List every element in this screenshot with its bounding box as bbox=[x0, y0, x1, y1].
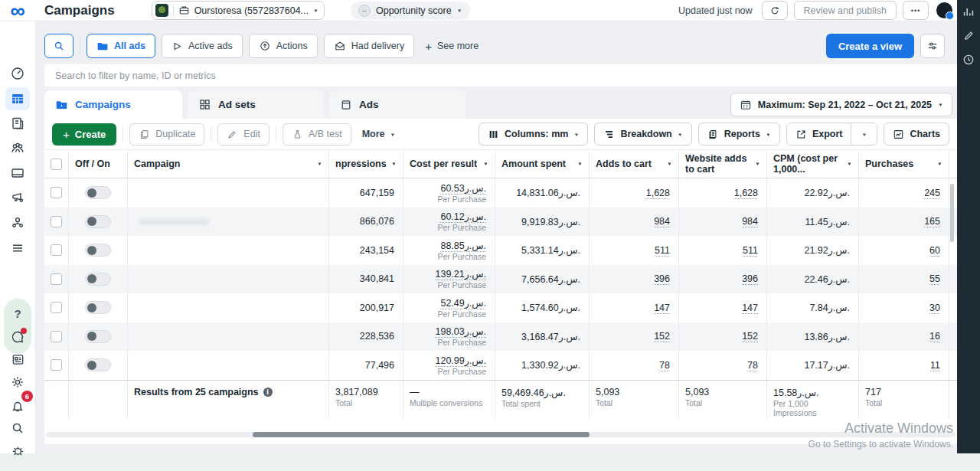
campaign-name-cell[interactable] bbox=[128, 322, 329, 352]
nav-item-assets[interactable] bbox=[8, 212, 28, 232]
purchases-cell-value[interactable]: 55 bbox=[929, 273, 940, 284]
review-and-publish-button[interactable]: Review and publish bbox=[794, 1, 897, 20]
row-checkbox[interactable] bbox=[51, 302, 62, 313]
see-more-filters[interactable]: + See more bbox=[425, 40, 479, 53]
duplicate-button[interactable]: Duplicate bbox=[129, 123, 204, 146]
nav-item-notifications[interactable]: 6 bbox=[8, 396, 28, 416]
view-settings-button[interactable] bbox=[920, 34, 945, 58]
campaign-toggle[interactable] bbox=[85, 215, 111, 228]
tab-ads[interactable]: Ads bbox=[329, 90, 466, 119]
purchases-cell-value[interactable]: 165 bbox=[924, 216, 940, 227]
column-header[interactable]: Purchases▼ bbox=[859, 150, 949, 178]
website-adds-to-cart-cell-value[interactable]: 511 bbox=[743, 245, 758, 256]
nav-item-search[interactable] bbox=[8, 418, 28, 438]
vertical-scrollbar-thumb[interactable] bbox=[950, 184, 954, 242]
row-checkbox[interactable] bbox=[51, 216, 62, 227]
purchases-cell-value[interactable]: 30 bbox=[929, 303, 940, 313]
adds-to-cart-cell-value[interactable]: 984 bbox=[654, 216, 670, 227]
adds-to-cart-cell-value[interactable]: 396 bbox=[654, 273, 670, 284]
filter-active-ads[interactable]: Active ads bbox=[162, 34, 243, 58]
edit-pencil-icon[interactable] bbox=[962, 29, 975, 42]
filter-had-delivery[interactable]: Had delivery bbox=[324, 34, 414, 58]
horizontal-scrollbar-thumb[interactable] bbox=[253, 432, 590, 437]
filter-actions[interactable]: Actions bbox=[249, 34, 318, 58]
column-header[interactable]: npressions▼ bbox=[329, 150, 403, 178]
purchases-cell-value[interactable]: 60 bbox=[929, 245, 940, 256]
ab-test-button[interactable]: A/B test bbox=[283, 123, 351, 146]
campaign-name-cell[interactable] bbox=[128, 351, 329, 380]
cost-per-result-cell-value[interactable]: 88.85ر.س. bbox=[440, 240, 486, 251]
adds-to-cart-cell-value[interactable]: 147 bbox=[654, 303, 670, 313]
column-header[interactable]: Campaign▼ bbox=[128, 150, 329, 178]
chat-button[interactable] bbox=[9, 329, 26, 345]
campaign-name-cell[interactable] bbox=[128, 236, 329, 265]
column-header[interactable]: Website adds to cart▼ bbox=[679, 150, 767, 178]
nav-item-updates[interactable] bbox=[8, 349, 28, 369]
cost-per-result-cell-value[interactable]: 52.49ر.س. bbox=[440, 297, 486, 309]
business-account-selector[interactable]: Ourstoresa (5572837604... ▼ bbox=[152, 1, 325, 20]
website-adds-to-cart-cell-value[interactable]: 78 bbox=[747, 360, 758, 371]
export-options-button[interactable]: ▼ bbox=[851, 123, 877, 145]
column-header[interactable]: Off / On bbox=[69, 150, 128, 178]
column-header[interactable]: Amount spent▼ bbox=[495, 150, 590, 178]
nav-item-billing[interactable] bbox=[8, 163, 28, 183]
adds-to-cart-cell-value[interactable]: 78 bbox=[659, 360, 670, 371]
purchases-cell-value[interactable]: 16 bbox=[929, 331, 940, 342]
edit-button[interactable]: Edit bbox=[217, 123, 270, 146]
history-clock-icon[interactable] bbox=[962, 53, 975, 67]
cost-per-result-cell-value[interactable]: 198.03ر.س. bbox=[436, 325, 486, 337]
nav-item-report-bug[interactable] bbox=[8, 440, 28, 460]
adds-to-cart-cell-value[interactable]: 1,628 bbox=[646, 188, 670, 198]
refresh-button[interactable] bbox=[762, 1, 788, 20]
campaign-toggle[interactable] bbox=[85, 358, 111, 371]
adds-to-cart-cell-value[interactable]: 152 bbox=[654, 331, 670, 342]
campaign-name-cell[interactable] bbox=[128, 178, 329, 208]
cost-per-result-cell-value[interactable]: 120.99ر.س. bbox=[436, 355, 486, 366]
search-input[interactable] bbox=[44, 64, 957, 87]
campaign-toggle[interactable] bbox=[85, 273, 111, 286]
help-button[interactable]: ? bbox=[14, 307, 21, 320]
create-a-view-button[interactable]: Create a view bbox=[826, 34, 914, 58]
nav-item-overview[interactable] bbox=[8, 64, 28, 83]
nav-item-audiences[interactable] bbox=[8, 138, 28, 158]
info-icon[interactable]: i bbox=[263, 388, 273, 397]
export-button[interactable]: Export bbox=[787, 123, 851, 145]
campaign-toggle[interactable] bbox=[85, 330, 111, 343]
breakdown-dropdown[interactable]: Breakdown ▼ bbox=[594, 123, 691, 146]
adds-to-cart-cell-value[interactable]: 511 bbox=[655, 245, 670, 256]
search-filter-button[interactable] bbox=[44, 34, 74, 58]
purchases-cell-value[interactable]: 245 bbox=[924, 188, 940, 198]
more-actions-dropdown[interactable]: More ▼ bbox=[358, 129, 400, 139]
campaign-toggle[interactable] bbox=[85, 301, 111, 314]
website-adds-to-cart-cell-value[interactable]: 396 bbox=[742, 273, 758, 284]
horizontal-scrollbar[interactable] bbox=[46, 432, 956, 437]
create-button[interactable]: + Create bbox=[52, 123, 116, 146]
cost-per-result-cell-value[interactable]: 60.53ر.س. bbox=[440, 182, 486, 194]
row-checkbox[interactable] bbox=[51, 331, 62, 342]
nav-item-pages[interactable] bbox=[8, 113, 28, 133]
nav-item-all-tools[interactable] bbox=[8, 238, 28, 258]
campaign-name-cell[interactable] bbox=[128, 265, 329, 294]
nav-item-campaigns[interactable] bbox=[8, 89, 28, 109]
column-header[interactable]: CPM (cost per 1,000...▼ bbox=[767, 150, 859, 178]
columns-dropdown[interactable]: Columns: mm ▼ bbox=[479, 123, 588, 146]
website-adds-to-cart-cell-value[interactable]: 152 bbox=[742, 331, 758, 342]
website-adds-to-cart-cell-value[interactable]: 984 bbox=[742, 216, 758, 227]
cost-per-result-cell-value[interactable]: 60.12ر.س. bbox=[440, 211, 486, 222]
cost-per-result-cell-value[interactable]: 139.21ر.س. bbox=[436, 268, 486, 280]
filter-all-ads[interactable]: All ads bbox=[87, 34, 155, 58]
more-options-button[interactable]: ••• bbox=[903, 1, 929, 20]
user-avatar[interactable] bbox=[936, 2, 952, 18]
nav-item-ads-tools[interactable] bbox=[8, 187, 28, 207]
insights-chart-icon[interactable] bbox=[962, 5, 975, 18]
campaign-name-cell[interactable] bbox=[128, 208, 329, 237]
opportunity-score-selector[interactable]: – Opportunity score ▼ bbox=[351, 2, 470, 20]
tab-campaigns[interactable]: Campaigns bbox=[44, 90, 182, 119]
row-checkbox[interactable] bbox=[51, 273, 62, 285]
row-checkbox[interactable] bbox=[51, 244, 62, 256]
campaign-toggle[interactable] bbox=[85, 186, 111, 199]
date-range-selector[interactable]: Maximum: Sep 21, 2022 – Oct 21, 2025 ▼ bbox=[730, 93, 952, 116]
meta-logo-icon[interactable]: ∞ bbox=[0, 2, 35, 19]
campaign-name-cell[interactable] bbox=[128, 293, 329, 322]
column-header[interactable]: Adds to cart▼ bbox=[590, 150, 679, 178]
